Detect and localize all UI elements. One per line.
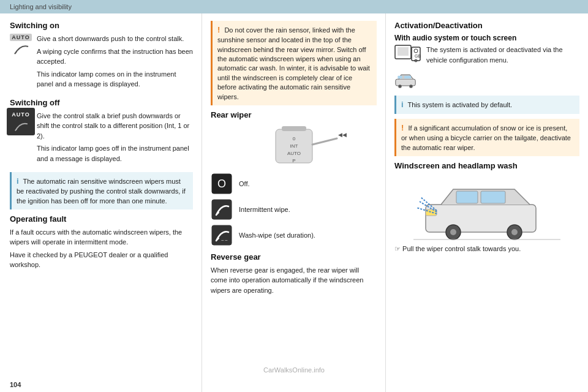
svg-point-24	[398, 85, 401, 88]
auto-label: AUTO	[10, 34, 31, 41]
svg-text:P: P	[292, 158, 295, 164]
col-right: Activation/Deactivation With audio syste…	[386, 13, 588, 392]
info-icon: i	[17, 176, 19, 186]
svg-point-34	[511, 229, 518, 235]
warn-icon: !	[217, 25, 220, 34]
section-windscreen-wash: Windscreen and headlamp wash	[394, 161, 579, 254]
car-icon-activation	[394, 71, 417, 89]
section-switching-on: Switching on AUTO Give a short downwards…	[10, 21, 193, 92]
activation-subheading: With audio system or touch screen	[394, 34, 579, 42]
info-icon-2: i	[401, 100, 404, 109]
wiper-intermittent-label: Intermittent wipe.	[239, 206, 290, 213]
header-title: Lighting and visibility	[10, 3, 72, 10]
svg-text:i: i	[415, 59, 415, 62]
switching-on-text: Give a short downwards push to the contr…	[37, 34, 193, 92]
svg-rect-30	[481, 191, 505, 203]
auto-dark-label: AUTO	[9, 110, 32, 119]
activation-heading: Activation/Deactivation	[394, 21, 579, 30]
svg-text:O: O	[217, 178, 226, 190]
wiper-intermittent-row: Intermittent wipe.	[211, 198, 377, 221]
wiper-intermittent-icon	[211, 198, 233, 221]
svg-text:~: ~	[225, 238, 228, 243]
col-left: Switching on AUTO Give a short downwards…	[0, 13, 202, 392]
svg-rect-26	[398, 76, 402, 79]
switching-on-row: AUTO Give a short downwards push to the …	[10, 34, 193, 92]
activation-system-icon: GB i	[394, 45, 421, 67]
col-mid: ! Do not cover the rain sensor, linked w…	[202, 13, 386, 392]
svg-text:AUTO: AUTO	[287, 151, 300, 156]
activation-icon-row: GB i The system is activated or deactiva…	[394, 45, 579, 67]
svg-rect-27	[404, 76, 411, 79]
reverse-gear-heading: Reverse gear	[211, 252, 377, 262]
main-content: Switching on AUTO Give a short downwards…	[0, 13, 588, 392]
svg-text:~: ~	[221, 238, 224, 243]
switching-on-heading: Switching on	[10, 21, 193, 30]
warn-box-rain-sensor: ! Do not cover the rain sensor, linked w…	[211, 21, 377, 105]
switching-off-row: AUTO Give the control stalk a brief push…	[10, 111, 193, 167]
operating-fault-heading: Operating fault	[10, 214, 193, 224]
auto-dark-box: AUTO	[10, 111, 32, 133]
svg-text:◀◀: ◀◀	[338, 132, 347, 138]
rear-wiper-illustration: 0 INT AUTO P ◀◀	[239, 123, 349, 169]
svg-text:GB: GB	[415, 54, 421, 58]
info-box-rain: i The automatic rain sensitive windscree…	[10, 172, 193, 209]
watermark: CarWalksOnline.info	[263, 366, 325, 374]
wiper-dark-icon	[13, 121, 29, 133]
section-switching-off: Switching off AUTO Give the control stal…	[10, 98, 193, 167]
wiper-wash-label: Wash-wipe (set duration).	[239, 232, 315, 239]
windscreen-wash-heading: Windscreen and headlamp wash	[394, 161, 579, 170]
section-activation: Activation/Deactivation With audio syste…	[394, 21, 579, 89]
auto-label-box: AUTO	[10, 34, 32, 56]
svg-rect-17	[398, 47, 409, 56]
info-box-default: i This system is activated by default.	[394, 96, 579, 114]
rear-wiper-heading: Rear wiper	[211, 110, 377, 119]
warn-box-snow: ! If a significant accumulation of snow …	[394, 119, 579, 156]
car-wash-illustration	[407, 174, 567, 241]
svg-point-32	[450, 229, 456, 235]
svg-point-25	[409, 85, 412, 88]
svg-point-19	[414, 49, 418, 53]
wiper-wash-icon: ~ ~	[211, 224, 233, 246]
wiper-off-row: O Off.	[211, 173, 377, 195]
section-reverse-gear: Reverse gear When reverse gear is engage…	[211, 252, 377, 296]
svg-line-6	[312, 138, 337, 145]
svg-rect-23	[396, 79, 415, 86]
svg-rect-29	[456, 191, 478, 203]
page-number: 104	[10, 381, 21, 388]
section-operating-fault: Operating fault If a fault occurs with t…	[10, 214, 193, 270]
svg-text:INT: INT	[290, 143, 298, 149]
warn-icon-2: !	[401, 123, 404, 132]
wiper-wash-row: ~ ~ Wash-wipe (set duration).	[211, 224, 377, 246]
wiper-off-icon: O	[211, 173, 233, 195]
svg-rect-10	[212, 200, 232, 219]
svg-rect-1	[282, 126, 306, 131]
switching-off-heading: Switching off	[10, 98, 193, 107]
wiper-off-label: Off.	[239, 180, 250, 187]
svg-text:0: 0	[292, 136, 295, 141]
switching-off-text: Give the control stalk a brief push down…	[37, 111, 193, 167]
section-rear-wiper: Rear wiper 0 INT AUTO P ◀◀ O	[211, 110, 377, 246]
wiper-icon	[12, 43, 29, 56]
page-header: Lighting and visibility	[0, 0, 588, 13]
windscreen-wash-footnote: Pull the wiper control stalk towards you…	[394, 244, 579, 254]
